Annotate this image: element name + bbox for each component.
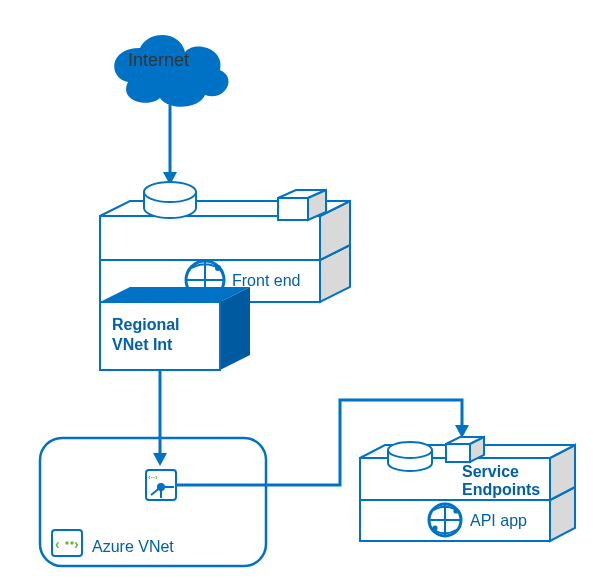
frontend-label: Front end [232, 272, 300, 289]
service-endpoints-label-1: Service [462, 463, 519, 480]
arrow-regional-to-vnet [153, 370, 167, 466]
vnet-endpoint-icon: ‹··› [146, 470, 176, 500]
service-endpoints-label-2: Endpoints [462, 481, 540, 498]
svg-point-45 [432, 525, 437, 530]
api-app-label: API app [470, 512, 527, 529]
internet-cloud-icon [114, 35, 228, 107]
svg-point-44 [453, 508, 458, 513]
api-appservice: Service Endpoints API app [360, 437, 575, 541]
regional-vnet-integration: Regional VNet Int [100, 287, 250, 370]
regional-vnet-label-1: Regional [112, 316, 180, 333]
svg-text:›: › [74, 536, 79, 552]
vnet-icon: ‹ › [52, 530, 82, 556]
arrow-internet-to-frontend [163, 105, 177, 185]
azure-vnet-box: ‹ › Azure VNet ‹··› [40, 438, 266, 566]
appservice-icon [429, 504, 461, 536]
svg-marker-19 [153, 453, 167, 466]
azure-vnet-label: Azure VNet [92, 538, 174, 555]
svg-text:‹··›: ‹··› [148, 473, 158, 482]
regional-vnet-label-2: VNet Int [112, 336, 173, 353]
svg-point-23 [65, 541, 68, 544]
svg-point-13 [215, 265, 221, 271]
architecture-diagram: Internet [0, 0, 600, 583]
frontend-appservice: Front end [100, 182, 350, 302]
svg-marker-6 [100, 216, 320, 260]
svg-marker-11 [278, 198, 308, 220]
svg-text:‹: ‹ [55, 536, 60, 552]
svg-marker-42 [446, 444, 470, 462]
internet-label: Internet [128, 50, 189, 70]
